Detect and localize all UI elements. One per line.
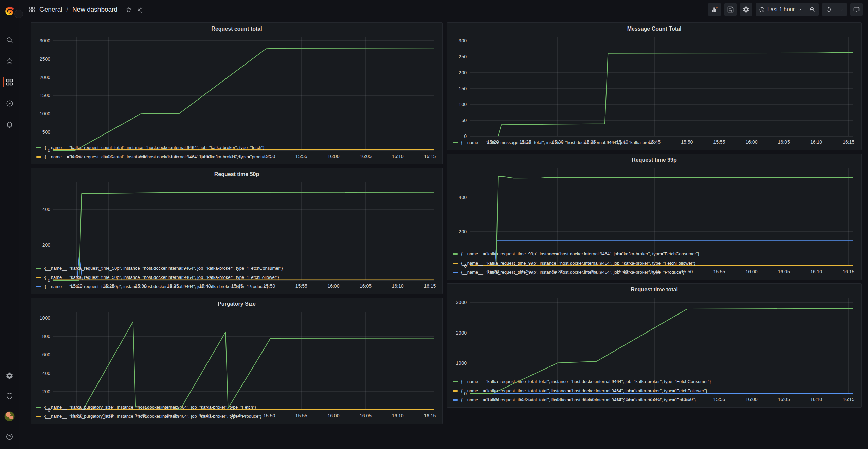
- y-axis-tick: 150: [459, 86, 467, 91]
- sidebar-item-alerting[interactable]: [0, 118, 19, 131]
- panel-request-time-total: Request time total 010002000300015:2015:…: [447, 283, 862, 408]
- legend-swatch: [36, 416, 41, 417]
- sidebar: [0, 0, 19, 449]
- time-range-label: Last 1 hour: [767, 6, 795, 13]
- y-axis-tick: 50: [461, 118, 467, 123]
- legend-label: {__name__="kafka_message_count_total", i…: [461, 140, 658, 145]
- sidebar-item-dashboards[interactable]: [0, 75, 19, 89]
- legend-item[interactable]: {__name__="kafka_request_time_50p", inst…: [36, 264, 439, 273]
- legend-swatch: [36, 286, 41, 287]
- breadcrumb-dashboard-title[interactable]: New dashboard: [72, 6, 117, 13]
- time-zoom-out-button[interactable]: [806, 3, 819, 16]
- y-axis-tick: 500: [42, 129, 51, 135]
- chevron-down-icon: [797, 7, 802, 12]
- chart-area: 05001000150020002500300015:2015:2515:301…: [34, 34, 439, 142]
- legend-item[interactable]: {__name__="kafka_request_time_total_tota…: [453, 386, 858, 395]
- add-panel-button[interactable]: [708, 3, 721, 16]
- legend-swatch: [453, 399, 458, 401]
- chart-area: 05010015020025030015:2015:2515:3015:3515…: [451, 34, 858, 137]
- y-axis-tick: 200: [459, 229, 467, 234]
- legend-item[interactable]: {__name__="kafka_request_time_total_tota…: [453, 395, 858, 405]
- dashboard-settings-button[interactable]: [740, 3, 752, 16]
- legend-item[interactable]: {__name__="kafka_request_count_total", i…: [36, 152, 439, 161]
- y-axis-tick: 300: [459, 38, 467, 43]
- breadcrumb-folder[interactable]: General: [39, 6, 62, 13]
- legend-item[interactable]: {__name__="kafka_request_time_50p", inst…: [36, 273, 439, 282]
- panel-title[interactable]: Message Count Total: [451, 24, 858, 34]
- legend-item[interactable]: {__name__="kafka_request_time_50p", inst…: [36, 282, 439, 291]
- panel-title[interactable]: Request time total: [451, 285, 858, 294]
- y-axis-tick: 1000: [40, 111, 50, 116]
- legend-swatch: [453, 253, 458, 255]
- legend-item[interactable]: {__name__="kafka_purgatory_size", instan…: [36, 402, 439, 412]
- y-axis-tick: 1000: [40, 315, 50, 321]
- y-axis-tick: 200: [42, 389, 51, 394]
- sidebar-item-server-admin[interactable]: [0, 389, 19, 403]
- sidebar-expand-button[interactable]: [14, 10, 23, 18]
- y-axis-tick: 400: [42, 371, 51, 376]
- legend-item[interactable]: {__name__="kafka_request_count_total", i…: [36, 143, 439, 152]
- series-line-fetch: [53, 48, 434, 150]
- panel-title[interactable]: Request time 99p: [451, 155, 858, 165]
- legend-label: {__name__="kafka_request_time_50p", inst…: [44, 266, 283, 271]
- breadcrumb: General / New dashboard: [29, 6, 143, 13]
- chart-area: 020040015:2015:2515:3015:3515:4015:4515:…: [451, 165, 858, 249]
- legend-label: {__name__="kafka_request_time_total_tota…: [461, 388, 707, 393]
- legend-item[interactable]: {__name__="kafka_request_time_99p", inst…: [453, 258, 858, 268]
- zoom-out-icon: [809, 6, 815, 13]
- refresh-group: [822, 3, 847, 16]
- y-axis-tick: 3000: [456, 300, 467, 305]
- sidebar-item-configuration[interactable]: [0, 369, 19, 382]
- legend-swatch: [36, 156, 41, 158]
- y-axis-tick: 400: [42, 206, 51, 212]
- legend-item[interactable]: {__name__="kafka_request_time_99p", inst…: [453, 268, 858, 277]
- save-dashboard-button[interactable]: [724, 3, 737, 16]
- sidebar-item-explore[interactable]: [0, 96, 19, 110]
- sidebar-item-help[interactable]: [0, 430, 19, 444]
- explore-compass-icon: [6, 100, 14, 107]
- time-range-picker[interactable]: Last 1 hour: [756, 3, 806, 16]
- chart-canvas[interactable]: 05010015020025030015:2015:2515:3015:3515…: [451, 34, 858, 146]
- sidebar-item-starred[interactable]: [0, 54, 19, 68]
- panel-title[interactable]: Request count total: [34, 24, 439, 34]
- legend-swatch: [453, 381, 458, 382]
- legend-item[interactable]: {__name__="kafka_purgatory_size", instan…: [36, 412, 439, 421]
- y-axis-tick: 1000: [456, 360, 467, 366]
- star-icon: [6, 57, 13, 65]
- time-range-group: Last 1 hour: [756, 3, 819, 16]
- legend-label: {__name__="kafka_request_time_99p", inst…: [461, 270, 684, 275]
- admin-shield-icon: [6, 392, 13, 400]
- y-axis-tick: 200: [42, 242, 51, 248]
- legend-item[interactable]: {__name__="kafka_request_time_99p", inst…: [453, 249, 858, 258]
- legend-item[interactable]: {__name__="kafka_request_time_total_tota…: [453, 377, 858, 386]
- share-icon[interactable]: [137, 6, 143, 13]
- alerting-bell-icon: [6, 121, 13, 128]
- sidebar-item-search[interactable]: [0, 33, 19, 47]
- legend-swatch: [453, 263, 458, 264]
- sidebar-item-profile[interactable]: [0, 410, 19, 423]
- legend-label: {__name__="kafka_request_time_99p", inst…: [461, 251, 699, 256]
- cycle-view-mode-button[interactable]: [850, 3, 863, 16]
- chart-area: 020040015:2015:2515:3015:3515:4015:4515:…: [34, 179, 439, 263]
- panel-title[interactable]: Purgatory Size: [34, 299, 439, 309]
- legend-item[interactable]: {__name__="kafka_message_count_total", i…: [453, 138, 858, 147]
- panel-request-count-total: Request count total 05001000150020002500…: [31, 22, 443, 164]
- panel-request-time-50p: Request time 50p 020040015:2015:2515:301…: [31, 168, 443, 294]
- legend-swatch: [36, 268, 41, 269]
- legend-label: {__name__="kafka_request_time_total_tota…: [461, 379, 711, 384]
- save-icon: [727, 6, 734, 13]
- legend-swatch: [36, 147, 41, 148]
- star-icon[interactable]: [126, 6, 132, 13]
- y-axis-tick: 3000: [40, 38, 50, 43]
- legend-label: {__name__="kafka_request_count_total", i…: [44, 145, 265, 150]
- clock-icon: [759, 7, 765, 13]
- y-axis-tick: 2500: [40, 56, 50, 62]
- y-axis-tick: 1500: [40, 93, 50, 98]
- panel-title[interactable]: Request time 50p: [34, 169, 439, 179]
- legend: {__name__="kafka_request_count_total", i…: [34, 142, 439, 161]
- refresh-interval-dropdown[interactable]: [835, 3, 847, 16]
- y-axis-tick: 2000: [40, 75, 50, 80]
- chart-canvas[interactable]: 05001000150020002500300015:2015:2515:301…: [34, 34, 439, 161]
- refresh-button[interactable]: [822, 3, 835, 16]
- legend: {__name__="kafka_request_time_total_tota…: [451, 376, 858, 405]
